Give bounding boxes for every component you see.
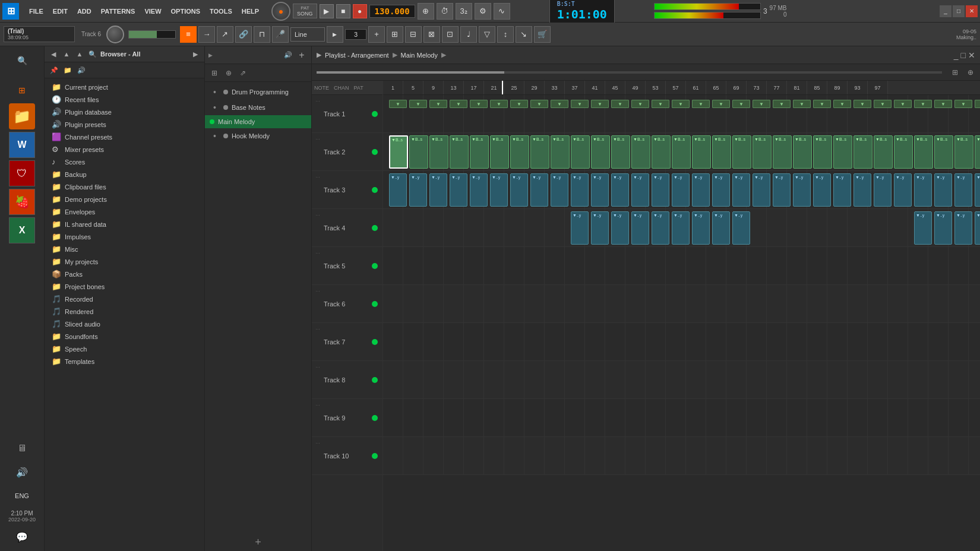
pattern-block[interactable]: ▼B..s: [813, 135, 832, 169]
pattern-block[interactable]: ▼..y: [813, 173, 831, 207]
sidebar-dashboard[interactable]: ⊞: [11, 80, 33, 101]
browser-item-soundfonts[interactable]: 📁Soundfonts: [45, 330, 204, 343]
scroll-bar[interactable]: [317, 71, 942, 74]
sidebar-notification-icon[interactable]: 💬: [11, 526, 33, 547]
sidebar-screen-icon[interactable]: 🖥: [11, 438, 33, 459]
pattern-block[interactable]: ▼B..s: [914, 135, 933, 169]
pattern-block[interactable]: ▼: [954, 100, 972, 108]
menu-view[interactable]: VIEW: [140, 6, 165, 17]
pattern-nav-arrow[interactable]: ▶: [208, 52, 213, 58]
pl-snap-btn[interactable]: ⊕: [963, 66, 978, 79]
pattern-block[interactable]: ▼B..s: [551, 135, 570, 169]
pattern-block[interactable]: ▼..y: [954, 173, 972, 207]
pattern-block[interactable]: ▼: [631, 100, 649, 108]
record-button[interactable]: ●: [353, 4, 367, 18]
browser-search-icon[interactable]: 🔍: [87, 49, 98, 59]
menu-add[interactable]: ADD: [73, 6, 96, 17]
pattern-item-2[interactable]: Main Melody: [205, 115, 311, 128]
browser-item-misc[interactable]: 📁Misc: [45, 243, 204, 255]
pattern-block[interactable]: ▼..y: [975, 211, 980, 245]
sidebar-word-icon[interactable]: W: [9, 132, 35, 158]
pattern-block[interactable]: ▼: [712, 100, 730, 108]
pattern-block[interactable]: ▼: [571, 100, 589, 108]
layout-button[interactable]: ⊟: [405, 26, 422, 43]
pattern-item-0[interactable]: • Drum Programming: [205, 84, 311, 100]
pattern-block[interactable]: ▼..y: [874, 173, 892, 207]
line-mode-select[interactable]: Line Curve Step: [290, 27, 325, 42]
pattern-block[interactable]: ▼..y: [470, 173, 488, 207]
pattern-block[interactable]: ▼..y: [833, 173, 851, 207]
pattern-block[interactable]: ▼..y: [510, 173, 528, 207]
pattern-block[interactable]: ▼B..s: [450, 135, 469, 169]
pattern-block[interactable]: ▼..y: [934, 211, 952, 245]
track-header-9[interactable]: … Track 10: [312, 437, 382, 475]
browser-item-project-bones[interactable]: 📁Project bones: [45, 280, 204, 293]
pattern-grid-btn[interactable]: ⊞: [208, 67, 220, 79]
track-header-5[interactable]: … Track 6: [312, 285, 382, 323]
maximize-button[interactable]: □: [953, 5, 965, 17]
browser-item-scores[interactable]: ♪Scores: [45, 156, 204, 168]
note-button[interactable]: ♩: [460, 26, 477, 43]
browser-item-impulses[interactable]: 📁Impulses: [45, 230, 204, 243]
pattern-item-3[interactable]: • Hook Melody: [205, 128, 311, 144]
mixer-button[interactable]: ⚙: [475, 3, 491, 20]
tool-mic[interactable]: 🎤: [272, 26, 289, 43]
sidebar-search[interactable]: 🔍: [11, 50, 33, 71]
track-header-4[interactable]: … Track 5: [312, 247, 382, 285]
pattern-item-1[interactable]: • Base Notes: [205, 100, 311, 115]
browser-pin[interactable]: 📌: [48, 64, 60, 76]
pattern-block[interactable]: ▼..y: [530, 173, 548, 207]
browser-new-folder[interactable]: 📁: [62, 64, 74, 76]
pattern-block[interactable]: ▼..y: [672, 211, 690, 245]
browser-up2[interactable]: ▲: [74, 49, 85, 59]
pattern-block[interactable]: ▼: [611, 100, 629, 108]
pattern-add-btn[interactable]: +: [296, 49, 308, 61]
track-header-1[interactable]: … Track 2: [312, 133, 382, 171]
pattern-block[interactable]: ▼: [894, 100, 912, 108]
snap-plus[interactable]: +: [368, 26, 385, 43]
pattern-block[interactable]: ▼..y: [450, 173, 467, 207]
pattern-block[interactable]: ▼B..s: [652, 135, 671, 169]
playlist-close-btn[interactable]: ▶: [317, 51, 321, 59]
browser-item-backup[interactable]: 📁Backup: [45, 168, 204, 180]
pattern-block[interactable]: ▼..y: [571, 173, 589, 207]
pattern-block[interactable]: ▼: [692, 100, 710, 108]
volume-slider[interactable]: [128, 30, 176, 39]
close-button[interactable]: ✕: [966, 5, 978, 17]
pattern-block[interactable]: ▼..y: [611, 173, 629, 207]
menu-patterns[interactable]: PATTERNS: [97, 6, 140, 17]
browser-back[interactable]: ◀: [48, 49, 59, 59]
snap-button[interactable]: 3₂: [456, 3, 472, 20]
pattern-block[interactable]: ▼B..s: [490, 135, 509, 169]
minimize-button[interactable]: _: [940, 5, 951, 17]
pattern-block[interactable]: ▼..y: [712, 173, 730, 207]
pattern-block[interactable]: ▼: [429, 100, 447, 108]
tool-link[interactable]: 🔗: [235, 26, 252, 43]
pattern-block[interactable]: ▼: [672, 100, 690, 108]
pattern-block[interactable]: ▼: [530, 100, 548, 108]
menu-file[interactable]: FILE: [25, 6, 48, 17]
pattern-link-btn[interactable]: ⇗: [237, 67, 249, 79]
pattern-block[interactable]: ▼B..s: [692, 135, 711, 169]
browser-item-envelopes[interactable]: 📁Envelopes: [45, 205, 204, 218]
split-button[interactable]: ⊠: [423, 26, 440, 43]
windows-logo[interactable]: ⊞: [2, 3, 19, 20]
playlist-close-x-btn[interactable]: ✕: [968, 50, 975, 60]
pattern-block[interactable]: ▼: [934, 100, 952, 108]
pin-button[interactable]: ↕: [497, 26, 514, 43]
pattern-block[interactable]: ▼..y: [773, 173, 791, 207]
menu-options[interactable]: OPTIONS: [167, 6, 205, 17]
menu-help[interactable]: HELP: [238, 6, 263, 17]
pattern-block[interactable]: ▼..y: [611, 211, 629, 245]
pattern-block[interactable]: ▼..y: [692, 173, 710, 207]
add-pattern-button[interactable]: +: [205, 534, 311, 551]
pattern-block[interactable]: ▼B..s: [429, 135, 448, 169]
pattern-block[interactable]: ▼..y: [732, 173, 750, 207]
sidebar-folder-icon[interactable]: 📁: [9, 103, 35, 129]
pattern-block[interactable]: ▼B..s: [894, 135, 913, 169]
pattern-block[interactable]: ▼: [914, 100, 932, 108]
pattern-block[interactable]: ▼..y: [571, 211, 589, 245]
pattern-block[interactable]: ▼..y: [631, 211, 649, 245]
cart-button[interactable]: 🛒: [534, 26, 551, 43]
pattern-block[interactable]: ▼B..s: [793, 135, 812, 169]
